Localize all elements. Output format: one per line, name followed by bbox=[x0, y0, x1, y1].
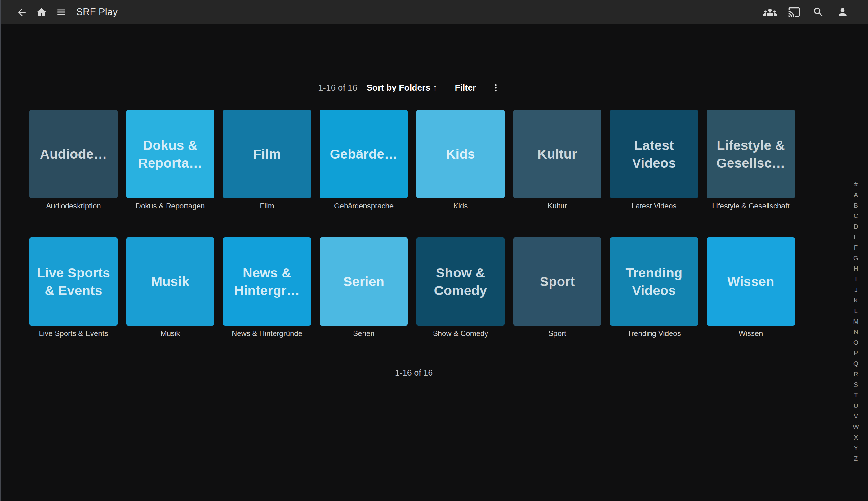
folder-tile[interactable]: Lifestyle & Gesellsc… bbox=[707, 110, 795, 198]
alpha-letter[interactable]: F bbox=[849, 242, 863, 253]
folder-tile-label: Dokus & Reporta… bbox=[131, 137, 209, 172]
cast-button[interactable] bbox=[784, 2, 804, 22]
folder-tile[interactable]: Latest Videos bbox=[610, 110, 698, 198]
folder-tile-label: Lifestyle & Gesellsc… bbox=[712, 137, 790, 172]
folder-cell: Musik Musik bbox=[126, 237, 214, 339]
alpha-letter[interactable]: Q bbox=[849, 358, 863, 369]
folder-caption[interactable]: Lifestyle & Gesellschaft bbox=[707, 202, 795, 211]
filter-button[interactable]: Filter bbox=[455, 83, 476, 93]
user-icon bbox=[837, 6, 848, 18]
cast-icon bbox=[788, 6, 800, 18]
folder-tile[interactable]: Gebärde… bbox=[320, 110, 408, 198]
folder-caption[interactable]: Musik bbox=[126, 329, 214, 339]
home-button[interactable] bbox=[32, 2, 52, 22]
search-button[interactable] bbox=[809, 2, 828, 22]
folder-caption[interactable]: Serien bbox=[320, 329, 408, 339]
folder-tile[interactable]: Film bbox=[223, 110, 311, 198]
alpha-letter[interactable]: X bbox=[849, 432, 863, 443]
alpha-letter[interactable]: U bbox=[849, 401, 863, 411]
alpha-letter[interactable]: A bbox=[849, 190, 863, 200]
menu-button[interactable] bbox=[52, 2, 71, 22]
sort-button[interactable]: Sort by Folders ↑ bbox=[367, 83, 437, 93]
alpha-letter[interactable]: V bbox=[849, 411, 863, 422]
library-toolbar: 1-16 of 16 Sort by Folders ↑ Filter bbox=[0, 81, 868, 95]
folder-caption[interactable]: Live Sports & Events bbox=[30, 329, 118, 339]
folder-tile[interactable]: Musik bbox=[126, 237, 214, 326]
paging-status: 1-16 of 16 bbox=[318, 83, 357, 93]
alpha-letter[interactable]: P bbox=[849, 348, 863, 358]
folder-tile-label: Film bbox=[253, 145, 281, 163]
folder-tile[interactable]: Kultur bbox=[513, 110, 601, 198]
page-title: SRF Play bbox=[76, 7, 118, 18]
folder-tile[interactable]: News & Hintergr… bbox=[223, 237, 311, 326]
folder-cell: Dokus & Reporta… Dokus & Reportagen bbox=[126, 110, 214, 211]
menu-icon bbox=[56, 7, 67, 17]
folder-caption[interactable]: Trending Videos bbox=[610, 329, 698, 339]
folder-cell: Trending Videos Trending Videos bbox=[610, 237, 698, 339]
folder-tile[interactable]: Live Sports & Events bbox=[30, 237, 118, 326]
alpha-letter[interactable]: T bbox=[849, 390, 863, 401]
alpha-letter[interactable]: H bbox=[849, 263, 863, 274]
folder-caption[interactable]: Show & Comedy bbox=[416, 329, 504, 339]
folder-tile[interactable]: Trending Videos bbox=[610, 237, 698, 326]
folder-cell: Gebärde… Gebärdensprache bbox=[320, 110, 408, 211]
filter-button-label: Filter bbox=[455, 83, 476, 93]
folder-cell: Kultur Kultur bbox=[513, 110, 601, 211]
alpha-letter[interactable]: N bbox=[849, 327, 863, 337]
folder-caption[interactable]: Kids bbox=[416, 202, 504, 211]
folder-cell: Wissen Wissen bbox=[707, 237, 795, 339]
alpha-letter[interactable]: Y bbox=[849, 443, 863, 453]
folder-tile[interactable]: Sport bbox=[513, 237, 601, 326]
alpha-letter[interactable]: D bbox=[849, 221, 863, 232]
app-bar-actions bbox=[760, 2, 856, 22]
folder-tile-label: Wissen bbox=[727, 273, 774, 290]
folder-cell: Show & Comedy Show & Comedy bbox=[416, 237, 504, 339]
alpha-letter[interactable]: O bbox=[849, 337, 863, 348]
folder-caption[interactable]: News & Hintergründe bbox=[223, 329, 311, 339]
folder-tile[interactable]: Wissen bbox=[707, 237, 795, 326]
alpha-letter[interactable]: I bbox=[849, 274, 863, 285]
syncplay-button[interactable] bbox=[760, 2, 780, 22]
alpha-letter[interactable]: C bbox=[849, 211, 863, 221]
folder-tile[interactable]: Audiode… bbox=[30, 110, 118, 198]
alpha-letter[interactable]: E bbox=[849, 232, 863, 242]
alpha-letter[interactable]: G bbox=[849, 253, 863, 263]
folder-tile[interactable]: Kids bbox=[416, 110, 504, 198]
folder-caption[interactable]: Latest Videos bbox=[610, 202, 698, 211]
folder-caption[interactable]: Wissen bbox=[707, 329, 795, 339]
alpha-letter[interactable]: # bbox=[849, 179, 863, 190]
user-button[interactable] bbox=[833, 2, 853, 22]
alpha-letter[interactable]: K bbox=[849, 295, 863, 306]
folder-caption[interactable]: Dokus & Reportagen bbox=[126, 202, 214, 211]
folder-caption[interactable]: Audiodeskription bbox=[30, 202, 118, 211]
sort-button-label: Sort by Folders bbox=[367, 83, 430, 93]
folder-cell: News & Hintergr… News & Hintergründe bbox=[223, 237, 311, 339]
alpha-letter[interactable]: B bbox=[849, 200, 863, 211]
alpha-letter[interactable]: S bbox=[849, 380, 863, 390]
back-button[interactable] bbox=[12, 2, 32, 22]
folder-cell: Film Film bbox=[223, 110, 311, 211]
folder-caption[interactable]: Gebärdensprache bbox=[320, 202, 408, 211]
alpha-letter[interactable]: L bbox=[849, 306, 863, 316]
alpha-letter[interactable]: R bbox=[849, 369, 863, 380]
alpha-letter[interactable]: J bbox=[849, 285, 863, 295]
folder-caption[interactable]: Kultur bbox=[513, 202, 601, 211]
folder-tile-label: Latest Videos bbox=[615, 137, 693, 172]
folder-tile[interactable]: Show & Comedy bbox=[416, 237, 504, 326]
folder-caption[interactable]: Film bbox=[223, 202, 311, 211]
folder-tile-label: Gebärde… bbox=[330, 145, 398, 163]
sort-ascending-arrow-icon: ↑ bbox=[433, 83, 437, 93]
folder-caption[interactable]: Sport bbox=[513, 329, 601, 339]
folder-tile[interactable]: Dokus & Reporta… bbox=[126, 110, 214, 198]
folder-tile-label: Show & Comedy bbox=[421, 264, 500, 299]
folder-tile-label: Audiode… bbox=[40, 145, 107, 163]
folder-cell: Lifestyle & Gesellsc… Lifestyle & Gesell… bbox=[707, 110, 795, 211]
home-icon bbox=[36, 7, 47, 18]
alpha-letter[interactable]: Z bbox=[849, 453, 863, 464]
folder-tile-label: Live Sports & Events bbox=[34, 264, 112, 299]
alphabet-picker: #ABCDEFGHIJKLMNOPQRSTUVWXYZ bbox=[849, 179, 863, 464]
alpha-letter[interactable]: M bbox=[849, 316, 863, 327]
folder-tile[interactable]: Serien bbox=[320, 237, 408, 326]
more-options-button[interactable] bbox=[488, 81, 503, 95]
alpha-letter[interactable]: W bbox=[849, 422, 863, 432]
